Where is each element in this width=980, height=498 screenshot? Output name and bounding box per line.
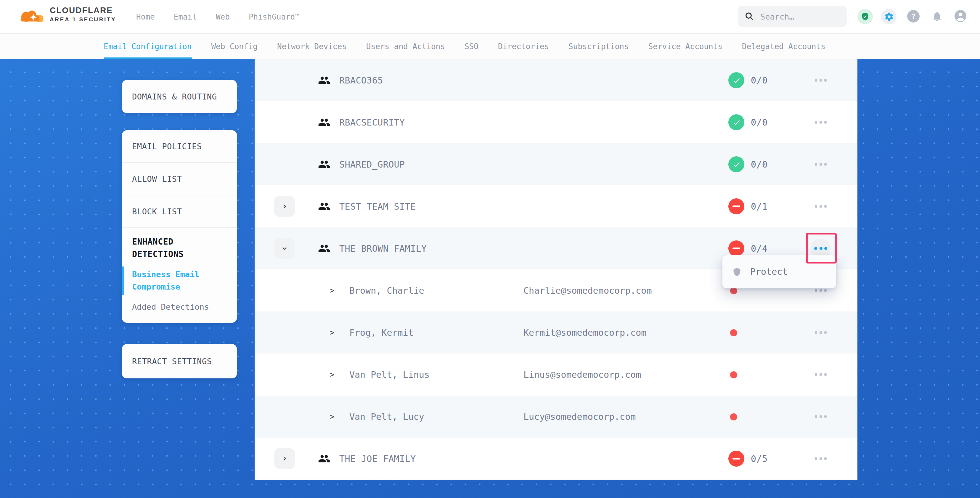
nav-item-home[interactable]: Home <box>136 12 155 21</box>
tab-directories[interactable]: Directories <box>498 33 549 59</box>
sidebar-item-domains-routing[interactable]: DOMAINS & ROUTING <box>122 80 237 113</box>
chevron-right-icon[interactable]: > <box>330 312 334 353</box>
search-input[interactable] <box>759 11 840 22</box>
cloudflare-cloud-icon <box>18 7 46 25</box>
help-icon[interactable]: ? <box>907 10 920 22</box>
protected-count: 0/1 <box>751 185 768 228</box>
member-name: Frog, Kermit <box>349 312 414 353</box>
app-viewport: CLOUDFLARE AREA 1 SECURITY HomeEmailWebP… <box>0 0 980 498</box>
tab-users-and-actions[interactable]: Users and Actions <box>366 33 445 59</box>
shield-icon <box>732 266 742 277</box>
sidebar-item-label: EMAIL POLICIES <box>132 142 202 151</box>
shield-check-icon[interactable] <box>858 9 873 24</box>
nav-item-phishguard[interactable]: PhishGuard™ <box>249 12 300 21</box>
annotation-highlight-box <box>806 233 837 264</box>
section-tabs: Email ConfigurationWeb ConfigNetwork Dev… <box>0 33 980 59</box>
logo-home-link[interactable]: CLOUDFLARE AREA 1 SECURITY <box>18 5 116 25</box>
tab-service-accounts[interactable]: Service Accounts <box>648 33 722 59</box>
sidebar-item-added-detections[interactable]: Added Detections <box>132 302 227 312</box>
sidebar-item-label: BLOCK LIST <box>132 207 182 216</box>
groups-table: RBACO3650/0RBACSECURITY0/0SHARED_GROUP0/… <box>255 59 858 480</box>
status-badge-pass <box>728 114 745 130</box>
search-box[interactable] <box>738 6 847 27</box>
sidebar-item-business-email-compromise[interactable]: Business Email Compromise <box>132 268 227 293</box>
chevron-down-icon: › <box>280 246 289 251</box>
nav-item-email[interactable]: Email <box>174 12 197 21</box>
sidebar-item-label: Business Email Compromise <box>132 269 200 291</box>
group-icon <box>318 116 331 129</box>
row-menu-button[interactable] <box>811 364 831 385</box>
chevron-right-icon: › <box>282 454 287 463</box>
member-name: Van Pelt, Lucy <box>349 396 424 438</box>
group-icon <box>318 200 331 213</box>
row-menu-button[interactable] <box>811 154 831 174</box>
sidebar-policies-card: EMAIL POLICIES ALLOW LIST BLOCK LIST ENH… <box>122 130 237 323</box>
row-menu-button[interactable] <box>811 407 831 426</box>
status-dot-fail <box>730 329 737 336</box>
tab-email-configuration[interactable]: Email Configuration <box>103 33 192 59</box>
chevron-right-icon[interactable]: > <box>330 353 334 396</box>
tab-web-config[interactable]: Web Config <box>211 33 258 59</box>
row-menu-button[interactable] <box>811 449 831 469</box>
tab-network-devices[interactable]: Network Devices <box>277 33 347 59</box>
row-menu-button[interactable] <box>811 112 831 132</box>
row-menu-button[interactable] <box>811 196 831 216</box>
status-badge-pass <box>728 156 745 172</box>
status-badge-pass <box>728 72 745 88</box>
chevron-right-icon: › <box>282 202 287 211</box>
notifications-bell-icon[interactable] <box>930 10 943 22</box>
logo-sub-text: AREA 1 SECURITY <box>50 16 116 22</box>
group-name: THE JOE FAMILY <box>339 438 416 480</box>
expand-group-button[interactable]: › <box>274 448 295 469</box>
sidebar-item-enhanced-detections[interactable]: ENHANCED DETECTIONS <box>132 235 227 261</box>
row-menu-button[interactable] <box>811 70 831 90</box>
member-email: Kermit@somedemocorp.com <box>523 312 646 353</box>
account-icon[interactable] <box>954 10 967 22</box>
sidebar-item-email-policies[interactable]: EMAIL POLICIES <box>122 130 237 163</box>
group-icon <box>318 74 331 86</box>
status-dot-fail <box>730 371 737 378</box>
sidebar-item-label: DOMAINS & ROUTING <box>132 92 217 101</box>
table-row[interactable]: RBACSECURITY0/0 <box>255 101 858 143</box>
protected-count: 0/0 <box>751 101 768 143</box>
table-row[interactable]: ›TEST TEAM SITE0/1 <box>255 185 858 228</box>
logo-brand-text: CLOUDFLARE <box>50 5 116 15</box>
table-row[interactable]: >Van Pelt, LinusLinus@somedemocorp.com <box>255 353 858 396</box>
app-header: CLOUDFLARE AREA 1 SECURITY HomeEmailWebP… <box>0 0 980 34</box>
table-row[interactable]: >Frog, KermitKermit@somedemocorp.com <box>255 312 858 353</box>
member-name: Brown, Charlie <box>349 269 424 312</box>
table-row[interactable]: RBACO3650/0 <box>255 59 858 101</box>
chevron-right-icon[interactable]: > <box>330 269 334 312</box>
menu-item-protect[interactable]: Protect <box>750 266 788 277</box>
table-row[interactable]: SHARED_GROUP0/0 <box>255 143 858 185</box>
sidebar-item-block-list[interactable]: BLOCK LIST <box>122 196 237 228</box>
sidebar-item-retract-settings[interactable]: RETRACT SETTINGS <box>122 344 237 379</box>
chevron-right-icon[interactable]: > <box>330 396 334 438</box>
tab-delegated-accounts[interactable]: Delegated Accounts <box>742 33 826 59</box>
group-name: THE BROWN FAMILY <box>339 228 426 269</box>
sidebar-item-label: ALLOW LIST <box>132 174 182 184</box>
tab-sso[interactable]: SSO <box>465 33 479 59</box>
expand-group-button[interactable]: › <box>274 196 295 217</box>
status-badge-fail <box>728 240 745 256</box>
member-name: Van Pelt, Linus <box>349 353 430 396</box>
collapse-group-button[interactable]: › <box>274 238 295 259</box>
top-nav: HomeEmailWebPhishGuard™ <box>136 0 300 33</box>
member-email: Charlie@somedemocorp.com <box>523 269 652 312</box>
settings-gear-icon[interactable] <box>881 9 897 24</box>
status-badge-fail <box>728 450 745 467</box>
table-row[interactable]: ›THE JOE FAMILY0/5 <box>255 438 858 480</box>
row-menu-button[interactable] <box>811 323 831 342</box>
minus-icon <box>732 248 740 250</box>
tab-subscriptions[interactable]: Subscriptions <box>568 33 629 59</box>
group-icon <box>318 242 331 255</box>
nav-item-web[interactable]: Web <box>216 12 230 21</box>
protected-count: 0/0 <box>751 143 768 185</box>
group-name: SHARED_GROUP <box>339 143 405 185</box>
sidebar-item-label: RETRACT SETTINGS <box>132 356 212 366</box>
member-email: Lucy@somedemocorp.com <box>523 396 636 438</box>
group-icon <box>318 452 331 465</box>
group-name: TEST TEAM SITE <box>339 185 416 228</box>
sidebar-item-allow-list[interactable]: ALLOW LIST <box>122 163 237 196</box>
table-row[interactable]: >Van Pelt, LucyLucy@somedemocorp.com <box>255 396 858 438</box>
